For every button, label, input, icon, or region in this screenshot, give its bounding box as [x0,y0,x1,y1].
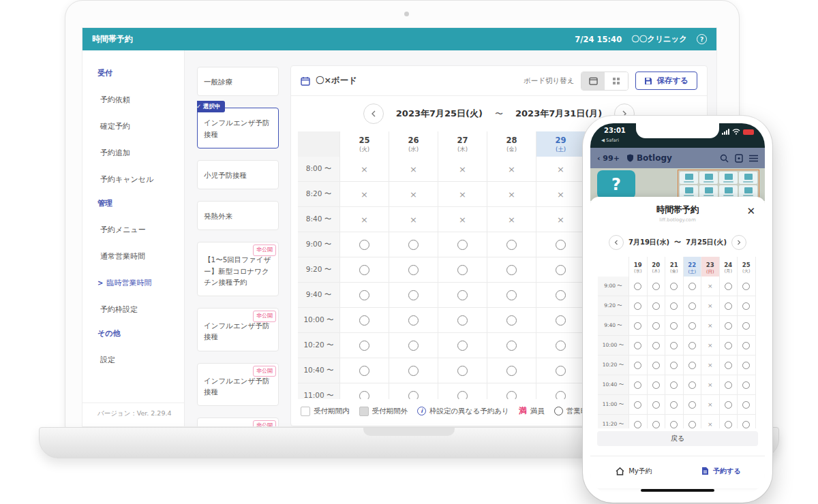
slot-cell[interactable] [738,375,756,395]
modal-next-week-button[interactable] [731,235,746,250]
slot-cell[interactable]: × [340,182,389,207]
menu-card[interactable]: 非公開【1〜5回目ファイザー】新型コロナワクチン接種予約 [197,242,279,296]
back-badge[interactable]: ‹ 99+ [597,154,620,163]
my-reservations-nav[interactable]: My予約 [590,456,678,486]
slot-cell[interactable] [738,395,756,415]
slot-cell[interactable] [648,356,666,375]
slot-cell[interactable] [684,277,702,296]
slot-cell[interactable] [720,356,738,375]
slot-cell[interactable] [665,395,684,415]
day-column-header[interactable]: 27(木) [438,131,487,159]
slot-cell[interactable] [684,375,702,395]
slot-cell[interactable] [665,375,684,395]
slot-cell[interactable] [738,316,756,336]
help-icon[interactable]: ? [697,34,707,44]
slot-cell[interactable] [720,415,738,428]
slot-cell[interactable] [648,316,666,336]
slot-cell[interactable] [665,415,684,428]
sidebar-item-link[interactable]: 予約依頼 [100,95,184,105]
slot-cell[interactable] [738,415,756,428]
slot-cell[interactable] [648,336,666,356]
sidebar-item-link[interactable]: 予約キャンセル [100,174,184,185]
slot-cell[interactable]: × [701,356,720,375]
slot-cell[interactable] [487,308,536,333]
slot-cell[interactable] [629,296,648,316]
slot-cell[interactable] [665,296,684,316]
slot-cell[interactable] [684,415,702,428]
slot-cell[interactable] [684,395,702,415]
slot-cell[interactable] [389,383,438,399]
slot-cell[interactable]: × [701,375,720,395]
slot-cell[interactable] [438,232,487,257]
slot-cell[interactable]: × [701,395,720,415]
slot-cell[interactable]: × [487,207,536,232]
slot-cell[interactable] [340,333,389,358]
slot-cell[interactable]: × [389,182,438,207]
slot-cell[interactable]: × [340,157,389,182]
slot-cell[interactable] [536,358,586,383]
slot-cell[interactable] [738,277,756,296]
slot-cell[interactable]: × [389,157,438,182]
slot-cell[interactable] [720,395,738,415]
slot-cell[interactable] [720,375,738,395]
slot-cell[interactable]: × [438,207,487,232]
slot-cell[interactable] [684,296,702,316]
day-column-header[interactable]: 29(土) [536,131,586,159]
slot-cell[interactable] [665,336,684,356]
slot-cell[interactable] [720,316,738,336]
slot-cell[interactable]: × [701,296,720,316]
close-icon[interactable]: ✕ [746,206,755,217]
rich-menu-tile[interactable] [719,185,738,198]
slot-cell[interactable] [665,356,684,375]
slot-cell[interactable] [720,336,738,356]
slot-cell[interactable] [536,308,586,333]
day-column-header[interactable]: 25(火) [340,131,389,159]
modal-prev-week-button[interactable] [609,235,624,250]
slot-cell[interactable] [629,277,648,296]
slot-cell[interactable] [536,283,586,308]
slot-cell[interactable]: × [340,207,389,232]
slot-cell[interactable] [684,356,702,375]
sidebar-item-link[interactable]: 確定予約 [100,121,184,131]
slot-cell[interactable] [629,395,648,415]
prev-week-button[interactable] [363,104,384,124]
slot-cell[interactable] [648,395,666,415]
slot-cell[interactable] [487,358,536,383]
slot-cell[interactable] [389,283,438,308]
slot-cell[interactable] [536,257,586,283]
slot-cell[interactable] [389,358,438,383]
slot-cell[interactable]: × [536,182,586,207]
rich-menu-tile[interactable] [699,185,718,198]
rich-menu-tile[interactable] [699,172,718,184]
slot-cell[interactable] [340,308,389,333]
slot-cell[interactable] [438,257,487,283]
slot-cell[interactable] [665,316,684,336]
day-column-header[interactable]: 28(金) [487,131,536,159]
slot-cell[interactable] [340,358,389,383]
slot-cell[interactable] [340,257,389,283]
rich-menu-tile[interactable] [719,172,738,184]
slot-cell[interactable]: × [701,415,720,428]
menu-card[interactable]: 非公開インフルエンザ予防接種 [197,308,279,351]
search-icon[interactable] [720,154,729,163]
slot-cell[interactable] [536,383,586,399]
menu-card[interactable]: 発熱外来 [197,201,279,230]
slot-cell[interactable] [438,358,487,383]
rich-menu-tile[interactable] [680,185,698,198]
slot-cell[interactable] [720,277,738,296]
slot-cell[interactable] [648,277,666,296]
slot-cell[interactable]: × [487,182,536,207]
menu-card[interactable]: ✓ 選択中インフルエンザ予防接種 [197,108,279,148]
home-indicator[interactable] [641,489,714,492]
slot-cell[interactable]: × [487,157,536,182]
slot-cell[interactable] [438,333,487,358]
sidebar-item-link[interactable]: 通常営業時間 [100,251,184,262]
slot-cell[interactable] [720,296,738,316]
calendar-view-button[interactable] [581,72,605,90]
slot-cell[interactable] [648,415,666,428]
day-column-header[interactable]: 26(水) [389,131,438,159]
menu-icon[interactable] [749,155,758,162]
menu-card[interactable]: 一般診療 [197,67,279,96]
slot-cell[interactable] [389,308,438,333]
sidebar-item-active[interactable]: >臨時営業時間 [97,278,184,288]
